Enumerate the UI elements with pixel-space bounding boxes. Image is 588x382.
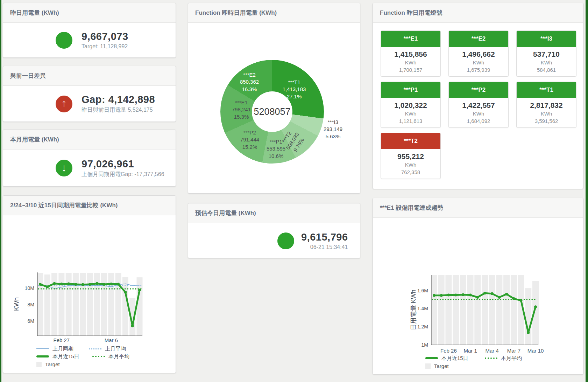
legend-swatch: [485, 357, 497, 359]
data-point[interactable]: [39, 283, 42, 286]
data-point[interactable]: [88, 283, 91, 286]
legend-label: Target: [434, 363, 449, 369]
target-bar[interactable]: [101, 273, 107, 336]
target-bar[interactable]: [445, 275, 452, 345]
target-bar[interactable]: [496, 275, 502, 345]
data-point[interactable]: [491, 292, 494, 295]
target-bar[interactable]: [460, 275, 466, 345]
target-bar[interactable]: [511, 275, 517, 345]
target-bar[interactable]: [80, 273, 86, 336]
yesterday-target: Target: 11,128,992: [82, 43, 128, 50]
data-point[interactable]: [447, 294, 450, 297]
e1-trend-chart[interactable]: 1M1.2M1.4M1.6MFeb 26Mar 1Mar 4Mar 7Mar 1…: [376, 269, 583, 354]
panel-title-realtime[interactable]: Function 即時日用電量 (KWh): [188, 3, 360, 23]
day-gap-sub: 昨日與前日用電量 5,524,175: [82, 106, 155, 114]
panel-title-month[interactable]: 本月用電量 (KWh): [3, 130, 176, 150]
tile-status-header: ***T2: [381, 133, 440, 149]
donut-slice-label-T1[interactable]: ***T11,413,18327.1%: [283, 79, 306, 100]
donut-slice-label-E2[interactable]: ***E2850,36216.3%: [240, 71, 259, 93]
panel-title-e1-trend[interactable]: ***E1 設備用電達成趨勢: [373, 198, 583, 218]
data-point[interactable]: [534, 305, 537, 308]
panel-title-compare[interactable]: 2/24~3/10 近15日同期用電量比較 (KWh): [3, 196, 176, 215]
data-point[interactable]: [498, 296, 501, 299]
legend-item-2[interactable]: 本月平均: [485, 354, 537, 362]
target-bar[interactable]: [44, 275, 50, 336]
panel-title-yesterday[interactable]: 昨日用電量 (KWh): [3, 3, 176, 23]
panel-title-lights[interactable]: Function 昨日用電燈號: [373, 3, 583, 23]
legend-label: Target: [45, 361, 60, 367]
data-point[interactable]: [527, 331, 530, 334]
tile-status-header: ***P1: [381, 82, 440, 98]
target-bar[interactable]: [108, 273, 114, 336]
target-bar[interactable]: [489, 275, 495, 345]
tile-status-header: ***I3: [517, 31, 576, 47]
data-point[interactable]: [454, 294, 457, 297]
data-point[interactable]: [67, 282, 70, 285]
donut-chart[interactable]: 5208057 ***T11,413,18327.1%***I3293,1495…: [216, 56, 328, 168]
target-bar[interactable]: [438, 275, 445, 345]
data-point[interactable]: [110, 283, 113, 285]
legend-swatch: [425, 357, 438, 359]
target-bar[interactable]: [73, 273, 79, 336]
target-bar[interactable]: [137, 277, 143, 336]
data-point[interactable]: [95, 282, 98, 285]
slice-label-line: 15.2%: [240, 143, 259, 150]
donut-slice-label-I3[interactable]: ***I3293,1495.63%: [324, 119, 342, 140]
y-axis-tick: 1.2M: [417, 324, 428, 329]
data-point[interactable]: [476, 296, 479, 299]
target-bar[interactable]: [431, 275, 437, 345]
legend-item-3[interactable]: 本月近15日: [36, 353, 92, 360]
data-point[interactable]: [462, 293, 465, 296]
legend-item-1[interactable]: 本月近15日: [425, 354, 485, 362]
slice-label-line: 791,444: [240, 136, 259, 143]
donut-slice-label-P2[interactable]: ***P2791,44415.2%: [240, 129, 259, 151]
legend-item-4[interactable]: 本月平均: [92, 353, 145, 360]
target-bar[interactable]: [66, 273, 72, 336]
target-bar[interactable]: [482, 275, 488, 345]
data-point[interactable]: [505, 293, 508, 296]
compare-15days-chart[interactable]: 6M8M10MFeb 27Mar 6KWh: [7, 268, 175, 344]
target-bar[interactable]: [37, 273, 43, 336]
target-bar[interactable]: [525, 288, 531, 345]
data-point[interactable]: [46, 285, 49, 288]
tile-value: 955,212: [381, 152, 440, 161]
panel-title-forecast[interactable]: 預估今日用電量 (KWh): [188, 203, 360, 223]
data-point[interactable]: [53, 282, 56, 285]
legend-item-2[interactable]: 上月平均: [89, 345, 141, 353]
slice-label-line: 10.6%: [267, 152, 285, 159]
target-bar[interactable]: [467, 275, 474, 345]
data-point[interactable]: [131, 325, 134, 327]
forecast-value: 9,615,796: [301, 231, 348, 243]
donut-slice-label-E1[interactable]: ***E1798,24115.3%: [232, 99, 251, 120]
light-tile-P2: ***P21,422,557KWh1,684,092: [448, 82, 509, 128]
slice-label-line: 15.3%: [232, 113, 251, 120]
donut-slice-label-P1[interactable]: ***P1553,59510.6%: [267, 138, 285, 160]
data-point[interactable]: [103, 283, 106, 286]
data-point[interactable]: [440, 294, 443, 297]
data-point[interactable]: [433, 294, 435, 297]
legend-item-3[interactable]: Target: [425, 362, 460, 370]
target-bar[interactable]: [453, 275, 459, 345]
data-point[interactable]: [469, 294, 472, 297]
data-point[interactable]: [60, 283, 63, 285]
target-bar[interactable]: [115, 273, 121, 336]
legend-item-1[interactable]: 上月同期: [36, 345, 89, 353]
forecast-timestamp: 06-21 15:34:41: [301, 244, 348, 250]
tile-unit: KWh: [449, 60, 508, 65]
data-point[interactable]: [483, 292, 486, 294]
target-bar[interactable]: [474, 275, 481, 345]
legend-swatch: [92, 356, 105, 357]
data-point[interactable]: [74, 283, 77, 286]
data-point[interactable]: [124, 291, 127, 293]
legend-item-5[interactable]: Target: [36, 360, 71, 368]
target-bar[interactable]: [58, 273, 64, 336]
target-bar[interactable]: [87, 273, 93, 336]
page-edge-left: [0, 0, 1, 382]
target-bar[interactable]: [503, 275, 510, 345]
data-point[interactable]: [117, 283, 120, 285]
slice-label-line: ***E1: [232, 99, 251, 106]
data-point[interactable]: [82, 283, 84, 286]
tile-target-value: 762,358: [381, 169, 440, 175]
panel-title-day-gap[interactable]: 與前一日差異: [3, 66, 176, 86]
page-edge-right-scrollbar[interactable]: [586, 0, 588, 382]
